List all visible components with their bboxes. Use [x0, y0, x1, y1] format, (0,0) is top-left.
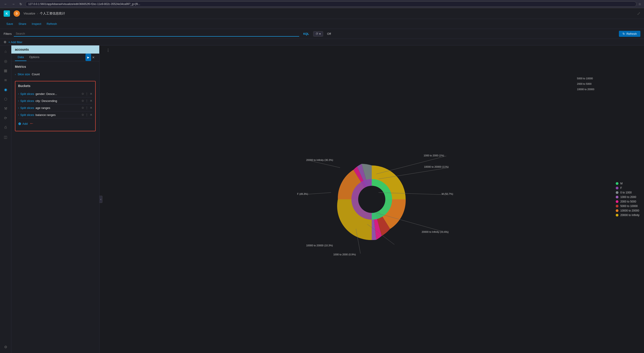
nav-devtools-button[interactable]: ⚒ — [1, 104, 10, 113]
inspect-button[interactable]: Inspect — [29, 20, 44, 27]
nav-sidebar: ⌂ ◎ ▦ ≋ ◉ ⬡ ⚒ ⟳ ⎙ ◫ ⚙ — [0, 45, 11, 353]
collapse-panel-button[interactable]: ‹ — [100, 196, 102, 203]
bucket-city-config: city: Descending — [36, 99, 57, 103]
reload-btn[interactable]: ↻ — [18, 2, 24, 6]
bucket-gender-remove-icon[interactable]: ✕ — [90, 92, 92, 96]
page-title: 个人工资信息统计 — [40, 11, 65, 15]
legend-label-0-1000: 0 to 1000 — [620, 191, 632, 194]
bucket-gender-link-icon[interactable]: ⊙ — [82, 92, 84, 95]
nav-home-button[interactable]: ⌂ — [1, 47, 10, 56]
bookmark-icon[interactable]: ☆ — [638, 2, 641, 6]
bucket-age-config: age ranges — [36, 106, 50, 110]
save-button[interactable]: Save — [4, 20, 16, 27]
metrics-section-title: Metrics — [15, 65, 96, 68]
legend-dot-2000-5000 — [616, 200, 618, 203]
chart-label-1000-2000-top: 1000 to 2000 (1%) — [424, 154, 444, 157]
nav-search-button[interactable]: ◎ — [1, 57, 10, 65]
svg-point-0 — [358, 186, 385, 213]
bucket-age-dots-icon[interactable]: ⋮ — [85, 106, 88, 110]
bucket-gender-dots-icon[interactable]: ⋮ — [85, 92, 88, 96]
legend-dot-5000-10000 — [616, 205, 618, 207]
chart-label-10000-20000-bottom: 10000 to 20000 (10.3%) — [306, 244, 333, 247]
app-logo: K — [4, 10, 10, 17]
nav-maps-button[interactable]: ⬡ — [1, 95, 10, 103]
bucket-age-link-icon[interactable]: ⊙ — [82, 106, 84, 109]
bucket-age-remove-icon[interactable]: ✕ — [90, 106, 92, 110]
expand-icon[interactable]: ⤢ — [637, 11, 640, 16]
clock-icon: ⏱ — [316, 32, 318, 35]
legend-label-m: M — [620, 182, 622, 185]
legend-dot-m — [616, 182, 618, 185]
nav-visualize-button[interactable]: ≋ — [1, 76, 10, 84]
tab-options[interactable]: Options — [26, 53, 42, 61]
legend-label-10000-20000: 10000 to 20000 — [620, 209, 639, 212]
chart-with-labels: 1000 to 2000 (1%) 10000 to 20000 (11%) M… — [292, 141, 451, 258]
bucket-item-age: › Split slices age ranges ⊙ ⋮ ✕ — [18, 104, 92, 111]
legend-10000-20000: 10000 to 20000 — [616, 209, 640, 212]
panel-tabs: Data Options ▶ ✕ — [11, 53, 99, 61]
app-container: K D Visualize › 个人工资信息统计 ⤢ Save Share In… — [0, 8, 644, 353]
viz-area: ‹ ⋮ 1000 to 2000 (1%) 10000 to 20000 (11… — [100, 45, 644, 353]
bucket-balance-type: Split slices — [20, 113, 34, 117]
run-button[interactable]: ▶ — [86, 53, 91, 61]
bucket-age-chevron[interactable]: › — [18, 106, 19, 109]
refresh-icon: ↻ — [622, 32, 625, 35]
more-options-button[interactable]: ⋮ — [106, 48, 110, 52]
slice-size-label[interactable]: Slice size — [18, 72, 30, 76]
legend-5000-10000: 5000 to 10000 — [616, 205, 640, 208]
refresh-main-button[interactable]: ↻ Refresh — [619, 31, 640, 37]
search-input[interactable] — [14, 31, 299, 37]
bucket-balance-chevron[interactable]: › — [18, 113, 19, 116]
filter-settings-button[interactable]: ⚙ — [4, 40, 6, 44]
share-button[interactable]: Share — [16, 20, 29, 27]
slice-size-chevron[interactable]: › — [15, 73, 16, 76]
add-filter-button[interactable]: + Add filter — [8, 40, 22, 44]
add-bucket-button[interactable]: ⊕ Add — [18, 119, 28, 128]
panel-index-name: accounts — [11, 45, 99, 53]
plus-icon: ⊕ — [18, 122, 21, 126]
bucket-city-dots-icon[interactable]: ⋮ — [85, 99, 88, 103]
url-bar[interactable] — [25, 1, 636, 7]
time-filter-button[interactable]: ⏱ ▾ — [313, 31, 323, 37]
chevron-down-icon: ▾ — [319, 32, 321, 35]
kql-badge[interactable]: KQL — [302, 32, 311, 36]
bucket-balance-remove-icon[interactable]: ✕ — [90, 113, 92, 117]
bucket-balance-dots-icon[interactable]: ⋮ — [85, 113, 88, 117]
chart-container: 1000 to 2000 (1%) 10000 to 20000 (11%) M… — [100, 45, 644, 353]
bucket-age-type: Split slices — [20, 106, 34, 110]
nav-dashboard-button[interactable]: ▦ — [1, 66, 10, 75]
nav-discover-button[interactable]: ◉ — [1, 85, 10, 94]
app-header: K D Visualize › 个人工资信息统计 ⤢ — [0, 8, 644, 19]
legend-dot-20000-inf — [616, 214, 618, 217]
bucket-city-link-icon[interactable]: ⊙ — [82, 99, 84, 102]
buckets-title: Buckets — [18, 84, 92, 88]
add-bucket-row: ⊕ Add ← — [18, 118, 92, 128]
donut-chart — [331, 159, 412, 240]
bucket-city-type: Split slices — [20, 99, 34, 103]
filters-label: Filters — [4, 32, 12, 35]
panel-close-button[interactable]: ✕ — [91, 53, 96, 61]
bucket-item-gender: › Split slices gender: Desce... ⊙ ⋮ ✕ — [18, 90, 92, 97]
bucket-gender-type: Split slices — [20, 92, 34, 96]
nav-stack-button[interactable]: ⎙ — [1, 123, 10, 132]
left-panel: accounts Data Options ▶ ✕ Metrics › Slic… — [11, 45, 100, 353]
refresh-button-sub[interactable]: Refresh — [44, 20, 60, 27]
bucket-city-remove-icon[interactable]: ✕ — [90, 99, 92, 103]
bucket-gender-config: gender: Desce... — [36, 92, 57, 96]
nav-ml-button[interactable]: ⟳ — [1, 114, 10, 122]
right-side-labels: 5000 to 10000 2000 to 5000 10000 to 2000… — [577, 77, 594, 91]
breadcrumb: Visualize › 个人工资信息统计 — [24, 11, 65, 15]
forward-btn[interactable]: → — [10, 2, 16, 6]
bucket-city-chevron[interactable]: › — [18, 99, 19, 102]
chart-legend: M F 0 to 1000 1000 to 2000 — [616, 182, 640, 217]
nav-settings-button[interactable]: ⚙ — [1, 343, 10, 351]
bucket-balance-link-icon[interactable]: ⊙ — [82, 113, 84, 116]
count-label: Count — [32, 72, 40, 76]
user-avatar: D — [14, 10, 20, 17]
nav-monitoring-button[interactable]: ◫ — [1, 133, 10, 141]
metric-slice-size: › Slice size Count — [15, 71, 96, 77]
back-btn[interactable]: ← — [3, 2, 8, 6]
buckets-section: Buckets › Split slices gender: Desce... … — [15, 81, 96, 131]
tab-data[interactable]: Data — [15, 53, 26, 61]
bucket-gender-chevron[interactable]: › — [18, 92, 19, 95]
